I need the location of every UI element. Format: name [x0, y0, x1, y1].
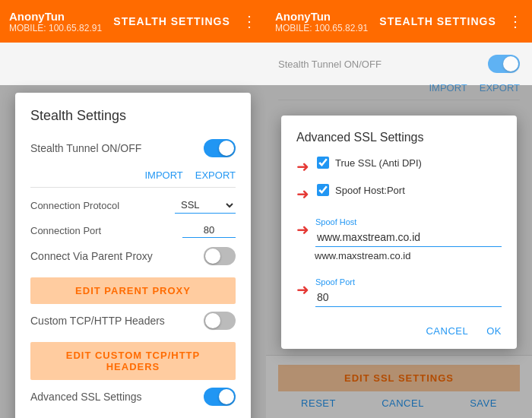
spoof-host-label: Spoof Host:Port: [335, 185, 405, 196]
custom-tcp-row: Custom TCP/HTTP Headers: [30, 312, 236, 330]
adv-ok-btn[interactable]: OK: [486, 325, 502, 337]
right-bg: Stealth Tunnel ON/OFF IMPORT EXPORT Adva…: [266, 43, 532, 418]
adv-dialog-actions: CANCEL OK: [296, 319, 502, 337]
export-btn[interactable]: EXPORT: [195, 169, 236, 181]
custom-tcp-toggle[interactable]: [204, 312, 236, 330]
right-top-bar: AnonyTun MOBILE: 100.65.82.91 STEALTH SE…: [266, 0, 532, 43]
true-ssl-row: True SSL (Anti DPI): [317, 157, 422, 169]
connection-protocol-label: Connection Protocol: [30, 200, 119, 211]
right-menu-dots[interactable]: ⋮: [508, 12, 523, 30]
left-panel: AnonyTun MOBILE: 100.65.82.91 STEALTH SE…: [0, 0, 266, 418]
arrow-true-ssl: ➜: [296, 157, 309, 176]
connection-protocol-select[interactable]: SSL: [175, 197, 236, 214]
left-dialog-overlay: Stealth Settings Stealth Tunnel ON/OFF I…: [0, 85, 266, 418]
import-export-row: IMPORT EXPORT: [30, 169, 236, 188]
edit-parent-proxy-btn[interactable]: EDIT PARENT PROXY: [30, 277, 236, 304]
stealth-tunnel-toggle[interactable]: [204, 139, 236, 157]
spoof-port-input[interactable]: [315, 288, 502, 307]
stealth-tunnel-label: Stealth Tunnel ON/OFF: [30, 142, 141, 154]
left-title: STEALTH SETTINGS: [113, 15, 230, 27]
adv-cancel-btn[interactable]: CANCEL: [426, 325, 468, 337]
stealth-tunnel-row: Stealth Tunnel ON/OFF: [30, 139, 236, 157]
left-top-bar: AnonyTun MOBILE: 100.65.82.91 STEALTH SE…: [0, 0, 266, 43]
adv-ssl-row: Advanced SSL Settings: [30, 388, 236, 406]
spoof-host-value: www.maxstream.co.id: [315, 250, 410, 261]
edit-tcp-headers-btn[interactable]: EDIT CUSTOM TCP/HTTP HEADERS: [30, 342, 236, 380]
connect-proxy-toggle[interactable]: [204, 247, 236, 265]
right-panel: AnonyTun MOBILE: 100.65.82.91 STEALTH SE…: [266, 0, 532, 418]
bg-stealth-toggle: [488, 55, 520, 73]
adv-ssl-label: Advanced SSL Settings: [30, 391, 142, 403]
left-mobile: MOBILE: 100.65.82.91: [9, 23, 102, 33]
arrow-spoof-port: ➜: [296, 280, 309, 299]
left-app-info: AnonyTun MOBILE: 100.65.82.91: [9, 10, 102, 33]
connection-port-label: Connection Port: [30, 225, 101, 236]
adv-ssl-dialog: Advanced SSL Settings ➜ True SSL (Anti D…: [281, 116, 517, 349]
spoof-host-checkbox[interactable]: [317, 184, 329, 196]
left-dialog-title: Stealth Settings: [30, 108, 236, 124]
adv-ssl-toggle[interactable]: [204, 388, 236, 406]
arrow-spoof-host: ➜: [296, 185, 309, 203]
connect-proxy-row: Connect Via Parent Proxy: [30, 247, 236, 265]
spoof-host-input[interactable]: [315, 228, 502, 247]
spoof-host-field-label: Spoof Host: [315, 217, 502, 226]
spoof-port-field-label: Spoof Port: [315, 277, 502, 287]
left-menu-dots[interactable]: ⋮: [242, 12, 257, 30]
right-title: STEALTH SETTINGS: [379, 15, 496, 27]
import-btn[interactable]: IMPORT: [144, 169, 182, 181]
true-ssl-checkbox[interactable]: [317, 157, 329, 169]
true-ssl-label: True SSL (Anti DPI): [335, 157, 422, 169]
left-bg: VideoMAX.co Stealth Settings Stealth Tun…: [0, 43, 266, 418]
left-app-name: AnonyTun: [9, 10, 102, 23]
connect-proxy-label: Connect Via Parent Proxy: [30, 250, 153, 262]
left-stealth-dialog: Stealth Settings Stealth Tunnel ON/OFF I…: [15, 93, 251, 418]
connection-protocol-row: Connection Protocol SSL: [30, 197, 236, 214]
custom-tcp-label: Custom TCP/HTTP Headers: [30, 315, 165, 327]
right-dialog-overlay: Advanced SSL Settings ➜ True SSL (Anti D…: [266, 85, 532, 418]
connection-port-row: Connection Port: [30, 223, 236, 238]
right-app-info: AnonyTun MOBILE: 100.65.82.91: [275, 10, 368, 33]
right-mobile: MOBILE: 100.65.82.91: [275, 23, 368, 33]
spoof-host-row: Spoof Host:Port: [317, 184, 405, 196]
bg-stealth-label: Stealth Tunnel ON/OFF: [278, 59, 382, 70]
adv-dialog-title: Advanced SSL Settings: [296, 131, 502, 144]
connection-port-input[interactable]: [182, 223, 236, 238]
arrow-spoof-host-field: ➜: [296, 220, 309, 239]
right-app-name: AnonyTun: [275, 10, 368, 23]
